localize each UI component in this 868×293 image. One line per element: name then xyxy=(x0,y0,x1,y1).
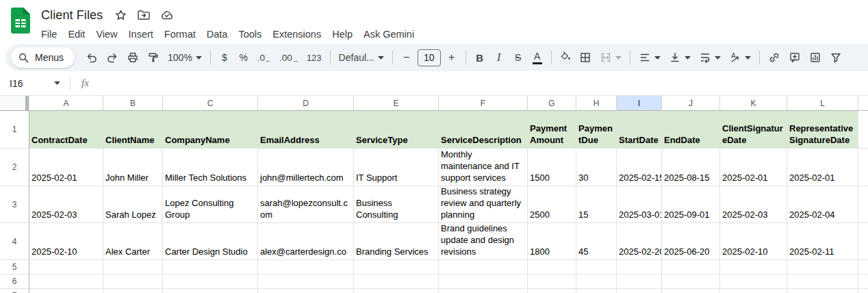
column-header-B[interactable]: B xyxy=(103,96,163,111)
borders-button[interactable] xyxy=(576,47,594,68)
text-wrap-button[interactable] xyxy=(696,47,724,68)
cell-I6[interactable] xyxy=(617,275,662,289)
move-folder-icon[interactable] xyxy=(137,8,151,22)
more-formats-button[interactable]: 123 xyxy=(304,47,324,68)
cell-partial-6[interactable] xyxy=(858,275,868,289)
sheets-logo-icon[interactable] xyxy=(11,8,30,34)
cell-K5[interactable] xyxy=(720,260,787,275)
cell-partial-4[interactable] xyxy=(858,223,868,260)
cell-B2[interactable]: John Miller xyxy=(103,149,163,186)
cell-G5[interactable] xyxy=(528,260,576,275)
column-header-J[interactable]: J xyxy=(662,96,720,111)
bold-button[interactable]: B xyxy=(472,47,488,68)
column-header-C[interactable]: C xyxy=(163,96,258,111)
insert-comment-button[interactable] xyxy=(786,47,804,68)
column-header-E[interactable]: E xyxy=(354,96,439,111)
cell-F4[interactable]: Brand guidelines update and design revis… xyxy=(439,223,528,260)
name-box[interactable]: I16 xyxy=(0,71,70,95)
column-header-partial[interactable] xyxy=(858,96,868,111)
cell-C7[interactable] xyxy=(163,289,258,293)
redo-button[interactable] xyxy=(103,47,121,68)
cell-H5[interactable] xyxy=(576,260,617,275)
cell-K7[interactable] xyxy=(720,289,787,293)
increase-font-size-button[interactable]: + xyxy=(444,47,460,68)
menu-item-help[interactable]: Help xyxy=(327,29,358,40)
cell-D5[interactable] xyxy=(258,260,354,275)
cloud-saved-icon[interactable] xyxy=(160,8,174,22)
row-header-5[interactable]: 5 xyxy=(0,260,29,275)
cell-C6[interactable] xyxy=(163,275,258,289)
cell-H1[interactable]: PaymentDue xyxy=(576,111,617,149)
cell-A7[interactable] xyxy=(29,289,103,293)
column-header-A[interactable]: A xyxy=(29,96,103,111)
cell-L3[interactable]: 2025-02-04 xyxy=(787,186,858,223)
increase-decimal-button[interactable]: .00→ xyxy=(277,47,301,68)
column-header-L[interactable]: L xyxy=(787,96,858,111)
cell-partial-2[interactable] xyxy=(858,149,868,186)
cell-I7[interactable] xyxy=(617,289,662,293)
cell-D3[interactable]: sarah@lopezconsult.com xyxy=(258,186,354,223)
cell-H3[interactable]: 15 xyxy=(576,186,617,223)
cell-J3[interactable]: 2025-09-01 xyxy=(662,186,720,223)
cell-D1[interactable]: EmailAddress xyxy=(258,111,354,149)
row-header-3[interactable]: 3 xyxy=(0,186,29,223)
vertical-align-button[interactable] xyxy=(666,47,693,68)
menu-item-insert[interactable]: Insert xyxy=(123,29,159,40)
zoom-select[interactable]: 100% xyxy=(165,47,205,68)
insert-chart-button[interactable] xyxy=(806,47,824,68)
cell-E7[interactable] xyxy=(354,289,439,293)
cell-J1[interactable]: EndDate xyxy=(662,111,720,149)
cell-H7[interactable] xyxy=(576,289,617,293)
cell-L2[interactable]: 2025-02-01 xyxy=(787,149,858,186)
cell-C2[interactable]: Miller Tech Solutions xyxy=(163,149,258,186)
cell-C5[interactable] xyxy=(163,260,258,275)
font-size-input[interactable]: 10 xyxy=(418,49,441,66)
decrease-decimal-button[interactable]: .0← xyxy=(255,47,274,68)
cell-K3[interactable]: 2025-02-03 xyxy=(720,186,787,223)
cell-J5[interactable] xyxy=(662,260,720,275)
cell-L4[interactable]: 2025-02-11 xyxy=(787,223,858,260)
fill-color-button[interactable] xyxy=(557,47,574,68)
cell-B7[interactable] xyxy=(103,289,163,293)
row-header-4[interactable]: 4 xyxy=(0,223,29,260)
cell-K6[interactable] xyxy=(720,275,787,289)
cell-F3[interactable]: Business strategy review and quarterly p… xyxy=(439,186,528,223)
menu-item-view[interactable]: View xyxy=(90,29,123,40)
cell-partial-1[interactable] xyxy=(858,111,868,149)
cell-J6[interactable] xyxy=(662,275,720,289)
decrease-font-size-button[interactable]: − xyxy=(398,47,415,68)
create-filter-button[interactable] xyxy=(827,47,845,68)
cell-E4[interactable]: Branding Services xyxy=(354,223,439,260)
menu-item-file[interactable]: File xyxy=(41,29,62,40)
menu-item-tools[interactable]: Tools xyxy=(233,29,267,40)
cell-A6[interactable] xyxy=(29,275,103,289)
column-header-K[interactable]: K xyxy=(720,96,787,111)
cell-H4[interactable]: 45 xyxy=(576,223,617,260)
menu-item-ask-gemini[interactable]: Ask Gemini xyxy=(358,29,420,40)
cell-G4[interactable]: 1800 xyxy=(528,223,576,260)
cell-A5[interactable] xyxy=(29,260,103,275)
row-header-6[interactable]: 6 xyxy=(0,275,29,289)
strikethrough-button[interactable]: S xyxy=(510,47,526,68)
cell-B6[interactable] xyxy=(103,275,163,289)
cell-C1[interactable]: CompanyName xyxy=(163,111,258,149)
cell-H6[interactable] xyxy=(576,275,617,289)
cell-J2[interactable]: 2025-08-15 xyxy=(662,149,720,186)
cell-J7[interactable] xyxy=(662,289,720,293)
menu-item-data[interactable]: Data xyxy=(201,29,233,40)
format-currency-button[interactable]: $ xyxy=(216,47,233,68)
merge-cells-button[interactable] xyxy=(597,47,624,68)
cell-E1[interactable]: ServiceType xyxy=(354,111,439,149)
star-icon[interactable] xyxy=(114,8,127,22)
cell-L1[interactable]: RepresentativeSignatureDate xyxy=(787,111,858,149)
horizontal-align-button[interactable] xyxy=(636,47,663,68)
select-all-corner[interactable] xyxy=(0,96,29,111)
menu-item-extensions[interactable]: Extensions xyxy=(267,29,327,40)
cell-F7[interactable] xyxy=(439,289,528,293)
font-select[interactable]: Defaul... xyxy=(336,47,387,68)
menu-item-format[interactable]: Format xyxy=(159,29,201,40)
cell-G2[interactable]: 1500 xyxy=(528,149,576,186)
menu-item-edit[interactable]: Edit xyxy=(62,29,90,40)
cell-G7[interactable] xyxy=(528,289,576,293)
cell-I2[interactable]: 2025-02-15 xyxy=(617,149,662,186)
